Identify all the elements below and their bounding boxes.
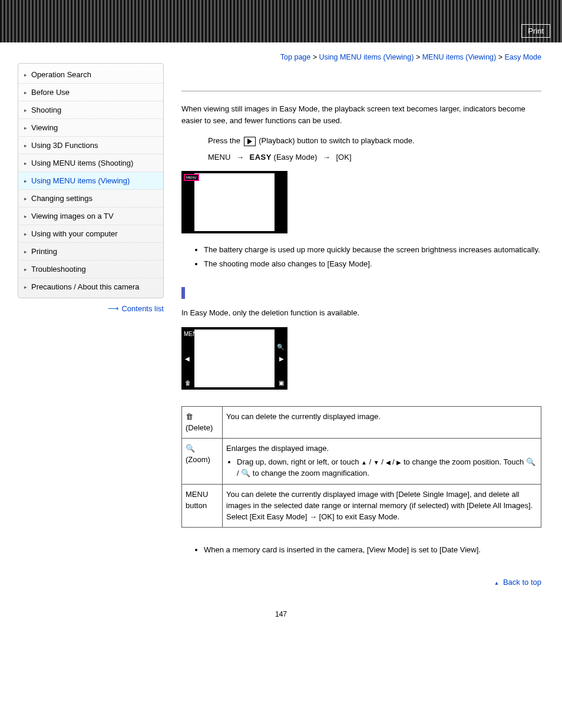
up-icon: ▲ [361, 459, 367, 466]
arrow-right-icon: → [236, 153, 244, 162]
breadcrumb-link[interactable]: Top page [280, 53, 310, 61]
breadcrumb-sep: > [416, 53, 422, 61]
left-icon: ◀ [386, 459, 391, 466]
next-icon: ▶ [279, 355, 284, 362]
table-row: (Zoom) Enlarges the displayed image. Dra… [182, 439, 541, 485]
screenshot-1: MENU [181, 171, 287, 233]
step-2: MENU → EASY (Easy Mode) → [OK] [208, 151, 541, 164]
sidebar-item[interactable]: Using MENU items (Shooting) [18, 154, 163, 172]
step-1: Press the (Playback) button to switch to… [208, 134, 541, 147]
sidebar-item[interactable]: Viewing images on a TV [18, 207, 163, 225]
breadcrumb-link[interactable]: MENU items (Viewing) [422, 53, 497, 61]
notes-list-2: When a memory card is inserted in the ca… [193, 545, 541, 554]
cell-desc: Enlarges the displayed image. Drag up, d… [223, 439, 541, 485]
zoom-out-icon: 🔍 [241, 469, 250, 477]
list-item: Drag up, down, right or left, or touch ▲… [237, 457, 537, 479]
sidebar-item[interactable]: Before Use [18, 84, 163, 101]
cell-label: MENU button [182, 484, 223, 528]
camera-icon: ▣ [279, 380, 284, 386]
contents-list-link[interactable]: ⟶Contents list [18, 304, 164, 313]
breadcrumb-sep: > [498, 53, 505, 61]
list-item: The shooting mode also changes to [Easy … [204, 258, 541, 270]
sidebar-item[interactable]: Viewing [18, 119, 163, 137]
menu-badge-icon: MENU [184, 174, 199, 181]
prev-icon: ◀ [185, 355, 190, 362]
table-row: MENU button You can delete the currently… [182, 484, 541, 528]
arrow-right-icon: → [323, 153, 330, 162]
arrow-right-icon: → [309, 512, 317, 521]
screenshot-2: MENU ◀ 🗑 🔍 ▶ ▣ [181, 327, 287, 390]
breadcrumb-current: Easy Mode [504, 53, 541, 61]
breadcrumb-link[interactable]: Using MENU items (Viewing) [319, 53, 414, 61]
trash-icon [186, 412, 193, 421]
intro-text: When viewing still images in Easy Mode, … [181, 103, 541, 126]
section2-intro: In Easy Mode, only the deletion function… [181, 307, 541, 319]
sidebar-nav: Operation Search Before Use Shooting Vie… [18, 63, 164, 298]
print-button[interactable]: Print [521, 24, 550, 38]
breadcrumb: Top page > Using MENU items (Viewing) > … [181, 53, 541, 61]
divider [181, 91, 541, 91]
sidebar-item[interactable]: Printing [18, 243, 163, 261]
cell-desc: You can delete the currently displayed i… [223, 406, 541, 439]
arrow-right-icon: ⟶ [108, 304, 119, 313]
list-item: The battery charge is used up more quick… [204, 244, 541, 256]
cell-label: (Zoom) [182, 439, 223, 485]
trash-icon: 🗑 [185, 380, 191, 386]
zoom-in-icon: 🔍 [277, 344, 284, 350]
sidebar-item[interactable]: Troubleshooting [18, 261, 163, 278]
back-to-top-link[interactable]: Back to top [181, 578, 541, 587]
zoom-in-icon: 🔍 [526, 457, 535, 466]
main-content: Top page > Using MENU items (Viewing) > … [164, 42, 544, 604]
page-number: 147 [0, 610, 562, 618]
zoom-icon [186, 444, 195, 453]
right-icon: ▶ [396, 459, 401, 466]
sidebar: Operation Search Before Use Shooting Vie… [18, 63, 164, 604]
table-row: (Delete) You can delete the currently di… [182, 406, 541, 439]
breadcrumb-sep: > [313, 53, 319, 61]
menu-icon: MENU [184, 331, 201, 337]
header-bar: Print [0, 0, 562, 42]
easy-label: EASY [250, 153, 272, 162]
sidebar-item[interactable]: Using with your computer [18, 225, 163, 243]
sidebar-item-active[interactable]: Using MENU items (Viewing) [18, 172, 163, 190]
down-icon: ▼ [373, 459, 379, 466]
list-item: When a memory card is inserted in the ca… [204, 545, 541, 554]
playback-icon [244, 137, 256, 146]
notes-list-1: The battery charge is used up more quick… [193, 244, 541, 269]
sidebar-item[interactable]: Changing settings [18, 190, 163, 207]
cell-label: (Delete) [182, 406, 223, 439]
sidebar-item[interactable]: Using 3D Functions [18, 137, 163, 154]
function-table: (Delete) You can delete the currently di… [181, 406, 541, 528]
sidebar-item[interactable]: Precautions / About this camera [18, 278, 163, 295]
cell-desc: You can delete the currently displayed i… [223, 484, 541, 528]
sidebar-item[interactable]: Operation Search [18, 66, 163, 84]
section-marker [181, 287, 185, 299]
sidebar-item[interactable]: Shooting [18, 101, 163, 119]
